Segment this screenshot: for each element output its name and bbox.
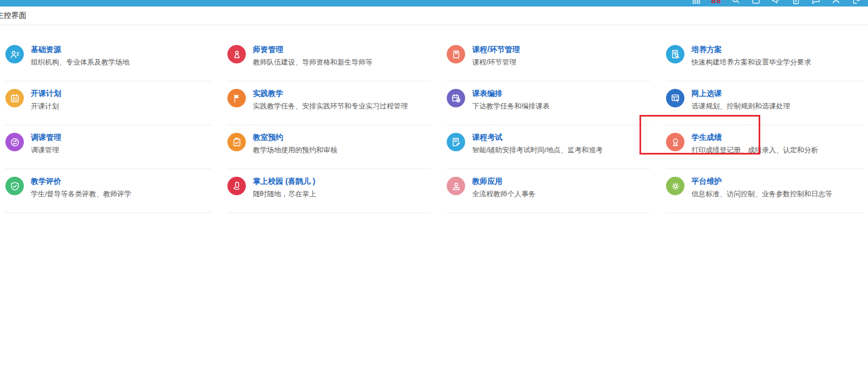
tile-subtitle: 实践教学任务、安排实践环节和专业实习过程管理	[253, 102, 408, 110]
tile-title[interactable]: 课程考试	[472, 133, 603, 142]
user-icon[interactable]	[831, 0, 841, 5]
tile-title[interactable]: 基础资源	[31, 46, 129, 54]
shield-check-icon	[5, 177, 24, 195]
tile-subtitle: 打印成绩登记册、成绩录入、认定和分析	[691, 146, 818, 154]
tile-classroom-reservation[interactable]: 教室预约 教学场地使用的预约和审核	[227, 125, 430, 169]
doc-search-icon	[666, 45, 684, 63]
tile-title[interactable]: 教学评价	[31, 177, 132, 185]
tile-training-program[interactable]: 培养方案 快速构建培养方案和设置毕业学分要求	[666, 37, 864, 81]
clipboard-check-icon	[227, 133, 246, 151]
tile-subtitle: 随时随地，尽在掌上	[253, 190, 316, 198]
tile-timetable-arrangement[interactable]: 课表编排 下达教学任务和编排课表	[447, 81, 650, 125]
tile-teacher-applications[interactable]: 教师应用 全流程教师个人事务	[447, 169, 650, 213]
tile-course-offering-plan[interactable]: 开课计划 开课计划	[5, 81, 211, 125]
tile-subtitle: 全流程教师个人事务	[472, 190, 536, 198]
tile-subtitle: 快速构建培养方案和设置毕业学分要求	[691, 59, 811, 66]
tile-basic-resources[interactable]: 基础资源 组织机构、专业体系及教学场地	[5, 37, 211, 81]
tile-subtitle: 课程/环节管理	[472, 59, 520, 66]
teacher-icon	[227, 45, 246, 63]
tile-platform-maintenance[interactable]: 平台维护 信息标准、访问控制、业务参数控制和日志等	[666, 169, 864, 213]
tile-subtitle: 教师队伍建设、导师资格和新生导师等	[253, 59, 373, 66]
tile-subtitle: 选课规划、控制规则和选课处理	[691, 102, 790, 110]
tile-title[interactable]: 培养方案	[691, 46, 811, 54]
tile-practical-teaching[interactable]: 实践教学 实践教学任务、安排实践环节和专业实习过程管理	[227, 81, 430, 125]
page-header: 主控界面	[0, 7, 868, 25]
org-user-icon	[5, 45, 24, 63]
tile-title[interactable]: 开课计划	[31, 89, 61, 98]
notification-badge[interactable]: 88	[711, 0, 721, 5]
tile-subtitle: 教学场地使用的预约和审核	[253, 146, 337, 154]
top-navigation-bar: 88	[0, 0, 868, 7]
announcement-icon[interactable]	[771, 0, 781, 5]
tile-teaching-evaluation[interactable]: 教学评价 学生/督导等各类评教、教师评学	[5, 169, 211, 213]
tile-title[interactable]: 学生成绩	[691, 133, 818, 142]
calendar-clock-icon	[447, 89, 465, 107]
search-icon[interactable]	[730, 0, 741, 5]
tile-title[interactable]: 网上选课	[691, 89, 790, 98]
tile-online-course-selection[interactable]: 网上选课 选课规划、控制规则和选课处理	[666, 81, 864, 125]
calendar-plan-icon	[5, 89, 24, 107]
tile-mobile-campus[interactable]: 掌上校园 (喜鹊儿 ) 随时随地，尽在掌上	[227, 169, 430, 213]
tile-title[interactable]: 教师应用	[472, 177, 536, 185]
tile-title[interactable]: 课程/环节管理	[472, 46, 520, 54]
tile-subtitle: 组织机构、专业体系及教学场地	[31, 59, 129, 66]
swap-arrows-icon	[5, 133, 24, 151]
teacher-avatar-icon	[447, 177, 465, 195]
tile-subtitle: 智能/辅助安排考试时间/地点、监考和巡考	[472, 146, 603, 154]
doc-pencil-icon	[447, 133, 465, 151]
tile-course-adjustment[interactable]: 调课管理 调课管理	[5, 125, 211, 169]
tile-subtitle: 学生/督导等各类评教、教师评学	[31, 190, 132, 198]
topbar-icon-row: 88	[691, 0, 862, 5]
tile-title[interactable]: 调课管理	[31, 133, 61, 142]
tile-course-management[interactable]: 课程/环节管理 课程/环节管理	[447, 37, 650, 81]
tile-subtitle: 下达教学任务和编排课表	[472, 102, 550, 110]
tile-subtitle: 调课管理	[31, 146, 61, 154]
tile-title[interactable]: 师资管理	[253, 46, 373, 54]
tile-subtitle: 信息标准、访问控制、业务参数控制和日志等	[691, 190, 832, 198]
apps-grid-icon[interactable]	[691, 0, 702, 5]
table-cursor-icon	[666, 89, 684, 107]
flag-icon	[227, 89, 246, 107]
tile-title[interactable]: 实践教学	[253, 89, 408, 98]
tile-teacher-management[interactable]: 师资管理 教师队伍建设、导师资格和新生导师等	[227, 37, 430, 81]
tile-course-exam[interactable]: 课程考试 智能/辅助安排考试时间/地点、监考和巡考	[447, 125, 650, 169]
chat-icon[interactable]	[811, 0, 821, 5]
tile-subtitle: 开课计划	[31, 102, 61, 110]
tile-title[interactable]: 课表编排	[472, 89, 550, 98]
book-icon	[447, 45, 465, 63]
tile-title[interactable]: 教室预约	[253, 133, 337, 142]
tile-student-grades[interactable]: 学生成绩 打印成绩登记册、成绩录入、认定和分析	[666, 125, 864, 169]
document-icon[interactable]	[791, 0, 801, 5]
tile-title[interactable]: 掌上校园 (喜鹊儿 )	[253, 177, 316, 185]
phone-hand-icon	[227, 177, 246, 195]
exit-icon[interactable]	[851, 0, 862, 5]
module-grid: 基础资源 组织机构、专业体系及教学场地 师资管理 教师队伍建设、导师资格和新生导…	[0, 37, 868, 213]
page-title: 主控界面	[0, 11, 27, 21]
gear-wrench-icon	[666, 177, 684, 195]
calendar-icon[interactable]	[750, 0, 761, 5]
tile-title[interactable]: 平台维护	[691, 177, 832, 185]
medal-icon	[666, 133, 684, 151]
